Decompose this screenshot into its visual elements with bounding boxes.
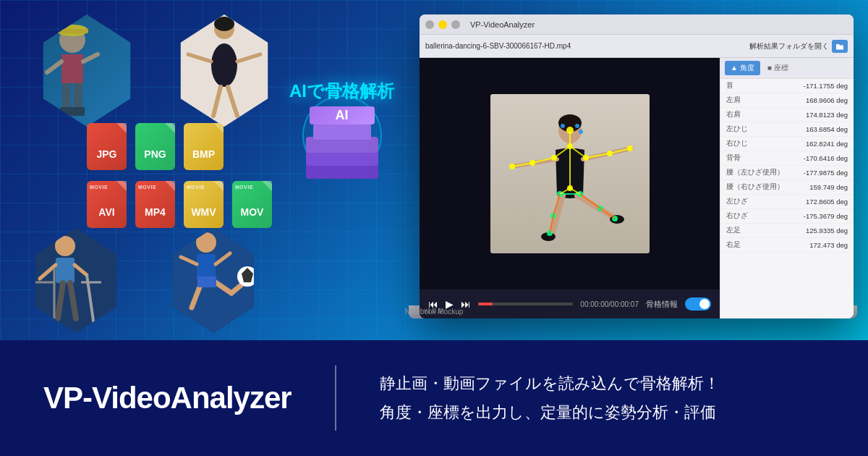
- ai-stack-visual: AI: [299, 106, 386, 179]
- hex-soccer: [166, 228, 260, 333]
- measurement-row: 首 -171.1755 deg: [720, 79, 854, 93]
- svg-point-82: [575, 124, 579, 128]
- skeleton-label: 骨格情報: [646, 299, 678, 310]
- panel-header: ▲ 角度 ■ 座標: [720, 58, 854, 79]
- measurements-list: 首 -171.1755 deg 左肩 168.9606 deg 右肩 174.8…: [720, 79, 854, 253]
- measurements-panel: ▲ 角度 ■ 座標 首 -171.1755 deg 左肩 168.9606 de…: [720, 58, 854, 318]
- video-area: ⏮ ▶ ⏭ 00:00:00/00:00:07 骨格情報 v1.0.0: [420, 58, 720, 318]
- app-title: VP-VideoAnalyzer: [43, 381, 292, 415]
- divider: [335, 366, 336, 431]
- open-folder-btn[interactable]: [832, 40, 848, 53]
- jpg-icon: JPG: [87, 123, 127, 170]
- svg-point-32: [196, 232, 216, 253]
- time-display: 00:00:00/00:00:07: [580, 300, 639, 308]
- measurement-row: 右肩 174.8123 deg: [720, 108, 854, 122]
- measurement-row: 背骨 -170.6416 deg: [720, 151, 854, 166]
- window-max-btn[interactable]: [451, 20, 460, 29]
- hex-rehab: [29, 228, 123, 333]
- measurement-row: 腰（右ひざ使用） 159.749 deg: [720, 180, 854, 195]
- video-controls: ⏮ ▶ ⏭ 00:00:00/00:00:07 骨格情報: [420, 290, 720, 318]
- skeleton-toggle[interactable]: [685, 297, 711, 311]
- measurement-row: 右ひざ -175.3679 deg: [720, 209, 854, 224]
- ai-badge-label: AIで骨格解析: [289, 80, 394, 103]
- app-window: VP-VideoAnalyzer ballerina-dancing-6-SBV…: [420, 14, 854, 318]
- png-icon: PNG: [135, 123, 175, 170]
- image-file-row: JPG PNG BMP: [87, 123, 272, 170]
- svg-point-20: [55, 236, 75, 256]
- wmv-icon: MOVIE WMV: [184, 181, 224, 228]
- mov-icon: MOVIE MOV: [232, 181, 272, 228]
- avi-icon: MOVIE AVI: [87, 181, 127, 228]
- svg-rect-10: [36, 14, 137, 127]
- window-min-btn[interactable]: [438, 20, 447, 29]
- video-player: [420, 58, 720, 290]
- window-body: ⏮ ▶ ⏭ 00:00:00/00:00:07 骨格情報 v1.0.0 ▲ 角度…: [420, 58, 854, 318]
- video-file-row: MOVIE AVI MOVIE MP4 MOVIE WMV MOVIE MOV: [87, 181, 272, 228]
- ai-badge: AIで骨格解析 AI: [289, 80, 394, 179]
- window-close-btn[interactable]: [425, 20, 434, 29]
- measurement-row: 右ひじ 162.8241 deg: [720, 137, 854, 151]
- mp4-icon: MOVIE MP4: [135, 181, 175, 228]
- window-title: VP-VideoAnalyzer: [470, 20, 535, 29]
- tagline-line1: 静止画・動画ファイルを読み込んで骨格解析！: [380, 369, 720, 398]
- measurement-row: 左ひざ 172.8605 deg: [720, 195, 854, 209]
- svg-rect-21: [56, 258, 75, 283]
- svg-point-14: [211, 43, 237, 87]
- measurement-row: 腰（左ひざ使用） -177.9875 deg: [720, 166, 854, 180]
- tagline-line2: 角度・座標を出力し、定量的に姿勢分析・評価: [380, 398, 720, 427]
- hex-worker: [36, 14, 137, 127]
- tab-angle[interactable]: ▲ 角度: [725, 61, 760, 75]
- svg-point-13: [214, 17, 234, 31]
- hex-dancer: [174, 14, 275, 127]
- progress-fill: [478, 303, 493, 305]
- svg-point-51: [566, 127, 574, 134]
- svg-point-81: [561, 124, 565, 128]
- measurement-row: 左ひじ 163.6854 deg: [720, 122, 854, 137]
- filename-display: ballerina-dancing-6-SBV-300066167-HD.mp4: [425, 42, 744, 50]
- tagline: 静止画・動画ファイルを読み込んで骨格解析！ 角度・座標を出力し、定量的に姿勢分析…: [380, 369, 720, 426]
- notebook-label: Notebook Mockup: [405, 308, 464, 316]
- open-folder-label: 解析結果フォルダを開く: [749, 41, 829, 51]
- svg-point-83: [579, 130, 583, 134]
- left-content: JPG PNG BMP MOVIE AVI MOVIE MP4: [22, 0, 412, 340]
- svg-rect-40: [197, 276, 216, 287]
- measurement-row: 左足 125.9335 deg: [720, 224, 854, 238]
- measurement-row: 右足 172.473 deg: [720, 238, 854, 253]
- top-section: JPG PNG BMP MOVIE AVI MOVIE MP4: [0, 0, 868, 340]
- dancer-visualization: [490, 94, 650, 253]
- progress-bar[interactable]: [478, 303, 573, 305]
- bmp-icon: BMP: [184, 123, 224, 170]
- measurement-row: 左肩 168.9606 deg: [720, 93, 854, 108]
- bottom-section: VP-VideoAnalyzer 静止画・動画ファイルを読み込んで骨格解析！ 角…: [0, 340, 868, 456]
- window-toolbar: ballerina-dancing-6-SBV-300066167-HD.mp4…: [420, 35, 854, 58]
- window-titlebar: VP-VideoAnalyzer: [420, 14, 854, 35]
- tab-coords[interactable]: ■ 座標: [762, 61, 794, 75]
- file-icons-area: JPG PNG BMP MOVIE AVI MOVIE MP4: [87, 123, 272, 228]
- svg-rect-33: [197, 254, 216, 279]
